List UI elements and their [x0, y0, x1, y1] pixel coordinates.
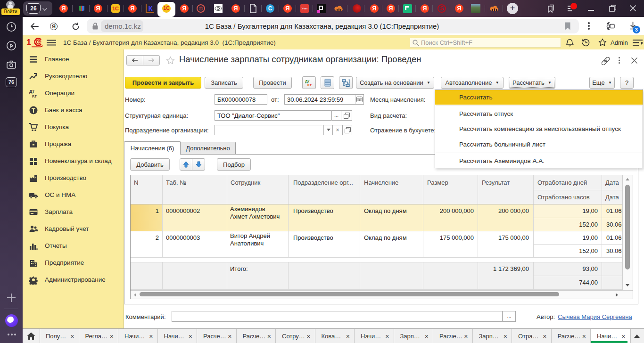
- svg-text:Кт: Кт: [307, 83, 312, 87]
- svg-text:1: 1: [26, 38, 31, 47]
